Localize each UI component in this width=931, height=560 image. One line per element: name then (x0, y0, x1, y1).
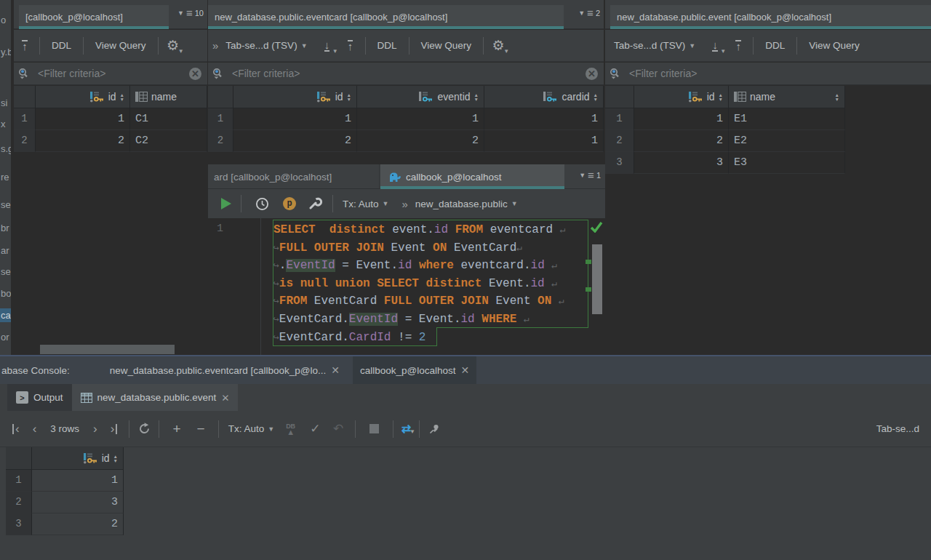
sql-code[interactable]: SELECT distinct event.id FROM eventcard … (273, 221, 591, 346)
sort-arrows-icon[interactable]: ▲▼ (474, 93, 479, 101)
tree-item-fragment[interactable]: x (1, 119, 6, 129)
view-query-button[interactable]: View Query (802, 40, 866, 51)
filter-criteria-input[interactable]: <Filter criteria> (227, 68, 586, 79)
settings-wrench-icon[interactable] (306, 194, 325, 213)
tree-item-fragment[interactable]: br (1, 223, 9, 233)
tab-console-active[interactable]: callbook_p@localhost (380, 164, 564, 189)
ddl-button[interactable]: DDL (45, 40, 78, 51)
horizontal-scrollbar[interactable] (40, 345, 175, 354)
cell[interactable]: E2 (729, 130, 845, 152)
extractor-dropdown[interactable]: Tab-se...d (TSV) ▼ (221, 40, 311, 51)
column-header-id[interactable]: id▲▼ (233, 86, 357, 108)
corner-cell[interactable] (6, 447, 32, 470)
tree-item-fragment[interactable]: ca (0, 308, 12, 322)
more-actions-icon[interactable]: » (208, 39, 221, 52)
corner-cell[interactable] (208, 86, 233, 108)
tx-mode-dropdown[interactable]: Tx: Auto ▼ (224, 423, 279, 434)
commit-check-icon[interactable]: ✓ (303, 421, 327, 436)
tab-list-dropdown[interactable]: ▼ ≡ 1 (579, 171, 601, 180)
cell[interactable]: 3 (32, 492, 124, 513)
column-header-eventid[interactable]: eventid▲▼ (357, 86, 484, 108)
tree-item-fragment[interactable]: se (1, 266, 11, 277)
clear-filter-icon[interactable]: ✕ (189, 68, 201, 80)
submit-to-db-icon[interactable]: DB▲ (279, 423, 303, 435)
delete-row-icon[interactable]: − (189, 421, 213, 437)
cell[interactable]: 2 (233, 130, 357, 152)
tab-eventcard-result[interactable]: new_database.public.eventcard [callbook_… (103, 356, 347, 384)
close-icon[interactable]: ✕ (461, 364, 470, 376)
more-actions-icon[interactable]: » (397, 198, 410, 210)
cell[interactable]: 1 (484, 108, 604, 130)
cell[interactable]: E1 (729, 108, 845, 130)
tree-item-fragment[interactable]: o (1, 15, 6, 25)
tx-mode-dropdown[interactable]: Tx: Auto ▼ (338, 199, 393, 209)
row-number[interactable]: 2 (6, 492, 32, 513)
tab-eventcard-background[interactable]: ard [callbook_p@localhost] (208, 164, 380, 189)
cell[interactable]: 1 (634, 108, 729, 130)
tab-list-dropdown[interactable]: ▼ ≡ 2 (578, 9, 600, 17)
tab-event-editor[interactable]: new_database.public.event [callbook_p@lo… (610, 5, 931, 29)
history-clock-icon[interactable] (252, 194, 271, 213)
tab-console[interactable]: callbook_p@localhost ✕ (353, 356, 476, 384)
column-header-name[interactable]: name (130, 86, 207, 108)
row-number[interactable]: 1 (605, 108, 634, 130)
column-header-name[interactable]: name▲▼ (729, 86, 845, 108)
database-tree-strip[interactable]: oy.bsixs.gresebrarsebocaor (0, 0, 12, 355)
jump-to-console-icon[interactable]: p (280, 194, 299, 213)
extractor-dropdown[interactable]: Tab-se...d (TSV) ▼ (610, 40, 700, 51)
previous-page-icon[interactable]: ‹ (26, 422, 44, 436)
schema-dropdown[interactable]: new_database.public ▼ (411, 199, 522, 209)
tree-item-fragment[interactable]: bo (1, 288, 11, 299)
search-icon[interactable] (208, 64, 227, 83)
row-number[interactable]: 3 (6, 513, 32, 535)
revert-upload-icon[interactable]: ↑ (15, 36, 34, 55)
cell[interactable]: 2 (36, 130, 130, 152)
settings-gear-button[interactable]: ⚙▼ (489, 36, 508, 55)
ddl-button[interactable]: DDL (759, 40, 791, 51)
sql-line[interactable]: ↪EventCard.EventId = Event.id WHERE ↵ (273, 311, 591, 329)
sort-arrows-icon[interactable]: ▲▼ (835, 93, 839, 101)
export-download-icon[interactable]: ↓▼ (318, 36, 337, 55)
sql-line[interactable]: SELECT distinct event.id FROM eventcard … (273, 221, 591, 239)
compare-data-icon[interactable]: ⇄▼ (399, 422, 414, 436)
cell[interactable]: 2 (357, 130, 484, 152)
row-number[interactable]: 1 (6, 470, 32, 492)
close-icon[interactable]: ✕ (331, 364, 340, 376)
cell[interactable]: 1 (233, 108, 357, 130)
sort-arrows-icon[interactable]: ▲▼ (347, 93, 351, 101)
import-upload-icon[interactable]: ↑ (341, 36, 360, 55)
sort-arrows-icon[interactable]: ▲▼ (719, 93, 723, 101)
search-icon[interactable] (14, 64, 33, 83)
tab-card-editor[interactable]: [callbook_p@localhost] (19, 5, 169, 29)
cell[interactable]: 1 (484, 130, 604, 152)
add-row-icon[interactable]: + (164, 421, 188, 437)
pin-tab-icon[interactable] (425, 420, 444, 439)
sql-line[interactable]: ↪FULL OUTER JOIN Event ON EventCard↵ (273, 239, 591, 257)
sort-arrows-icon[interactable]: ▲▼ (120, 93, 124, 101)
tree-item-fragment[interactable]: s.g (1, 143, 12, 154)
settings-gear-button[interactable]: ⚙▼ (164, 36, 183, 55)
cell[interactable]: 3 (634, 152, 729, 174)
cell[interactable]: 1 (32, 470, 124, 492)
cell[interactable]: 1 (357, 108, 484, 130)
row-number[interactable]: 2 (208, 130, 233, 152)
sql-line[interactable]: ↪is null union SELECT distinct Event.id … (273, 275, 591, 293)
tree-item-fragment[interactable]: y.b (1, 47, 12, 57)
row-number[interactable]: 2 (14, 130, 36, 152)
tree-item-fragment[interactable]: ar (1, 245, 9, 256)
cell[interactable]: C1 (130, 108, 207, 130)
tree-item-fragment[interactable]: or (1, 332, 9, 343)
cell[interactable]: C2 (130, 130, 207, 152)
row-number[interactable]: 1 (208, 108, 233, 130)
row-number[interactable]: 3 (605, 152, 634, 174)
sql-editor[interactable]: 1 SELECT distinct event.id FROM eventcar… (208, 218, 605, 355)
cell[interactable]: 1 (36, 108, 130, 130)
corner-cell[interactable] (605, 86, 634, 108)
stop-icon[interactable] (369, 424, 379, 433)
tab-output[interactable]: > Output (7, 384, 72, 411)
cell[interactable]: 2 (32, 513, 124, 535)
sort-arrows-icon[interactable]: ▲▼ (113, 455, 118, 463)
editor-scrollbar[interactable] (592, 244, 602, 314)
view-query-button[interactable]: View Query (415, 40, 479, 51)
cell[interactable]: 2 (634, 130, 729, 152)
